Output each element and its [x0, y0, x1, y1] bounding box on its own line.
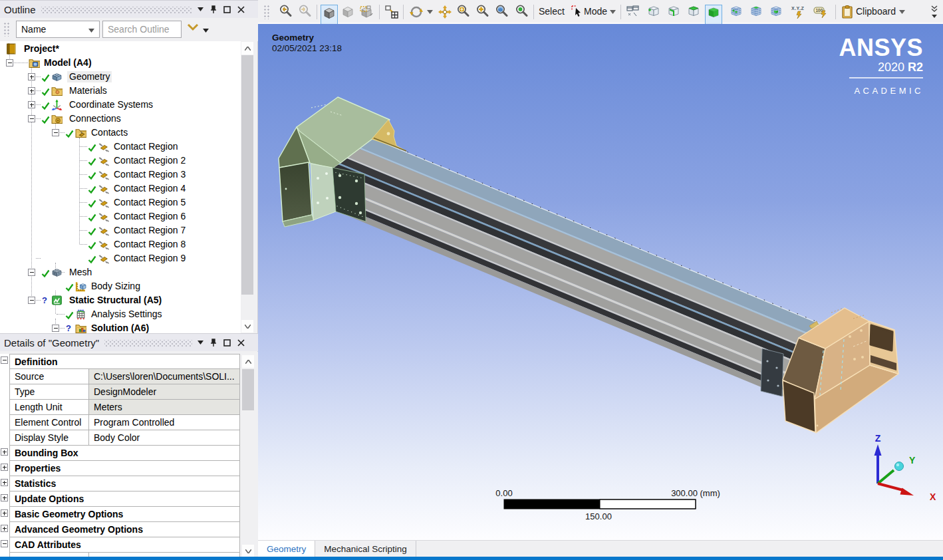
- triad-iso-ball[interactable]: [895, 462, 904, 471]
- details-field-value[interactable]: Meters: [89, 400, 240, 415]
- element-face-filter-icon[interactable]: [749, 5, 763, 22]
- graphics-viewport[interactable]: Geometry 02/05/2021 23:18 ANSYS 2020 R2 …: [258, 24, 943, 540]
- tree-item-label[interactable]: Contact Region 3: [112, 169, 188, 180]
- tree-expand-toggle[interactable]: [6, 59, 13, 67]
- scroll-down-icon[interactable]: [242, 545, 254, 557]
- tab-mechanical-scripting[interactable]: Mechanical Scripting: [315, 541, 416, 557]
- viewports-icon[interactable]: [384, 5, 399, 22]
- tree-item-coordinate-systems[interactable]: Coordinate Systems: [0, 98, 241, 112]
- shaded-exterior-icon[interactable]: [321, 5, 338, 25]
- tree-expand-toggle[interactable]: [28, 269, 35, 276]
- clipboard-icon[interactable]: [841, 5, 854, 22]
- details-field-value[interactable]: Body Color: [89, 430, 240, 446]
- search-options-chevron-icon[interactable]: [187, 23, 199, 31]
- tree-item-contacts[interactable]: Contacts: [0, 126, 241, 140]
- maximize-icon[interactable]: [223, 6, 231, 13]
- tree-item-label[interactable]: Contact Region 7: [112, 225, 188, 236]
- tree-item-label[interactable]: Mesh: [67, 267, 94, 278]
- tree-item-label[interactable]: Contact Region: [112, 141, 180, 152]
- tree-expand-toggle[interactable]: [28, 115, 35, 122]
- toolbar-grip-icon[interactable]: [263, 5, 270, 19]
- panel-menu-arrow-icon[interactable]: [198, 7, 203, 11]
- details-row[interactable]: Length UnitMeters: [0, 400, 240, 415]
- maximize-icon[interactable]: [223, 339, 231, 347]
- tree-expand-toggle[interactable]: [52, 129, 59, 136]
- panel-menu-arrow-icon[interactable]: [198, 341, 203, 345]
- details-field-value[interactable]: DesignModeler: [89, 384, 240, 400]
- tree-item-contact-region-9[interactable]: Contact Region 9: [0, 251, 241, 265]
- rotate-dropdown-icon[interactable]: [427, 5, 433, 17]
- tree-item-geometry[interactable]: Geometry: [0, 70, 241, 84]
- node-filter-icon[interactable]: [729, 5, 743, 22]
- tree-item-contact-region-2[interactable]: Contact Region 2: [0, 154, 241, 168]
- tree-item-materials[interactable]: Materials: [0, 84, 241, 98]
- tree-item-contact-region[interactable]: Contact Region: [0, 140, 241, 154]
- scrollbar-thumb[interactable]: [242, 369, 254, 410]
- zoom-previous-icon[interactable]: [279, 5, 294, 22]
- label-tag-icon[interactable]: 100: [813, 5, 829, 22]
- select-frames-icon[interactable]: [626, 5, 640, 22]
- details-expand-toggle[interactable]: [1, 464, 8, 471]
- details-field-value[interactable]: C:\Users\loren\Documents\SOLI...: [89, 369, 240, 384]
- zoom-next-icon[interactable]: [299, 5, 313, 22]
- scroll-up-icon[interactable]: [242, 355, 254, 368]
- scroll-down-icon[interactable]: [241, 320, 253, 333]
- coordinates-pick-icon[interactable]: X.Y.Z: [791, 5, 807, 22]
- tree-item-label[interactable]: Contact Region 8: [112, 239, 188, 250]
- panel-drag-texture[interactable]: [104, 340, 192, 347]
- clipboard-dropdown-icon[interactable]: [899, 5, 905, 17]
- toolbar-overflow-icon[interactable]: [930, 5, 939, 22]
- tree-item-label[interactable]: Body Sizing: [89, 281, 142, 292]
- tree-item-label[interactable]: Contact Region 5: [112, 197, 188, 208]
- tree-item-solution-a6[interactable]: ?Solution (A6): [0, 321, 241, 333]
- outline-tree-scrollbar[interactable]: [241, 41, 254, 333]
- tree-expand-toggle[interactable]: [52, 325, 59, 332]
- close-icon[interactable]: [237, 6, 245, 13]
- tree-item-label[interactable]: Contact Region 4: [112, 183, 188, 194]
- edge-filter-icon[interactable]: [666, 5, 681, 22]
- tree-item-label[interactable]: Materials: [67, 85, 109, 96]
- details-row[interactable]: Definition: [0, 354, 240, 369]
- tree-item-label[interactable]: Analysis Settings: [89, 309, 164, 320]
- tree-item-analysis-settings[interactable]: Analysis Settings: [0, 307, 241, 321]
- wireframe-mode-icon[interactable]: [340, 5, 355, 22]
- tree-item-label[interactable]: Solution (A6): [89, 323, 151, 333]
- tree-item-contact-region-4[interactable]: Contact Region 4: [0, 182, 241, 196]
- tree-expand-toggle[interactable]: [28, 101, 35, 108]
- tree-item-mesh[interactable]: Mesh: [0, 265, 241, 279]
- details-expand-toggle[interactable]: [1, 525, 8, 532]
- details-expand-toggle[interactable]: [1, 540, 8, 547]
- section-plane-icon[interactable]: [359, 5, 374, 22]
- tree-expand-toggle[interactable]: [28, 297, 35, 304]
- tree-item-label[interactable]: Static Structural (A5): [67, 295, 164, 306]
- mode-label[interactable]: Mode: [584, 6, 607, 17]
- details-row[interactable]: Advanced Geometry Options: [0, 522, 240, 537]
- element-filter-icon[interactable]: [769, 5, 783, 22]
- tree-item-connections[interactable]: Connections: [0, 112, 241, 126]
- tree-item-label[interactable]: Coordinate Systems: [67, 99, 155, 110]
- tree-item-contact-region-8[interactable]: Contact Region 8: [0, 237, 241, 251]
- details-expand-toggle[interactable]: [1, 509, 8, 517]
- tab-geometry[interactable]: Geometry: [258, 541, 315, 557]
- tree-item-label[interactable]: Contact Region 2: [112, 155, 188, 166]
- tree-item-label[interactable]: Contact Region 9: [112, 253, 188, 264]
- details-row[interactable]: Bounding Box: [0, 446, 240, 461]
- tree-item-body-sizing[interactable]: Body Sizing: [0, 279, 241, 293]
- details-row[interactable]: Display StyleBody Color: [0, 430, 240, 446]
- pin-icon[interactable]: [210, 339, 217, 347]
- pin-icon[interactable]: [210, 5, 217, 14]
- tree-item-label[interactable]: Connections: [67, 113, 123, 124]
- outline-filter-dropdown[interactable]: Name: [16, 21, 100, 38]
- details-expand-toggle[interactable]: [1, 494, 8, 501]
- zoom-fit-icon[interactable]: [495, 5, 510, 22]
- tree-item-label[interactable]: Contacts: [89, 127, 130, 138]
- panel-drag-texture[interactable]: [41, 7, 192, 13]
- select-label[interactable]: Select: [539, 6, 565, 17]
- details-row[interactable]: CAD Attributes: [0, 537, 240, 553]
- close-icon[interactable]: [237, 339, 245, 347]
- details-row[interactable]: Basic Geometry Options: [0, 507, 240, 522]
- pan-icon[interactable]: [438, 5, 452, 22]
- tree-item-label[interactable]: Model (A4): [42, 57, 94, 69]
- clipboard-label[interactable]: Clipboard: [856, 6, 896, 17]
- details-row[interactable]: Element ControlProgram Controlled: [0, 415, 240, 430]
